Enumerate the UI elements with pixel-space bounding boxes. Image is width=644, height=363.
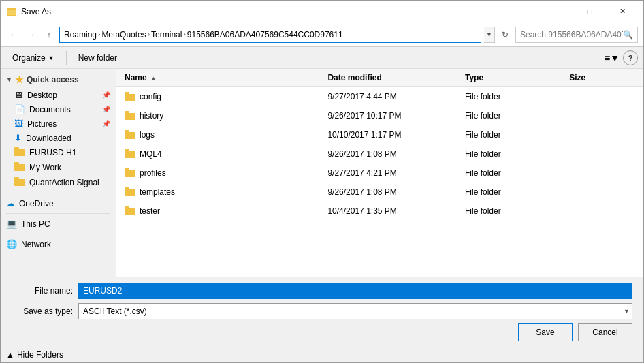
file-name-cell: templates [122, 187, 325, 197]
up-button[interactable]: ↑ [42, 27, 57, 42]
sidebar-divider-2 [6, 213, 110, 214]
col-header-size[interactable]: Size [566, 70, 638, 85]
organize-button[interactable]: Organize ▼ [6, 50, 61, 65]
table-row[interactable]: config 9/27/2017 4:44 PM File folder [116, 87, 643, 106]
table-row[interactable]: history 9/26/2017 10:17 PM File folder [116, 106, 643, 125]
sidebar-item-eurusdh1[interactable]: EURUSD H1 [1, 145, 116, 160]
quick-access-section[interactable]: ▼ ★ Quick access [1, 72, 116, 88]
toolbar-right: ≡▼ ? [604, 50, 638, 66]
sidebar-label-network: Network [21, 240, 51, 249]
sidebar-item-quantaction[interactable]: QuantAction Signal [1, 175, 116, 190]
col-header-name[interactable]: Name ▲ [122, 70, 325, 85]
refresh-button[interactable]: ↻ [498, 27, 513, 42]
folder-icon-quantaction [14, 177, 25, 188]
file-name-cell: config [122, 92, 325, 101]
saveastype-select[interactable]: ASCII Text (*.csv) CSV Files (*.csv) Tex… [78, 303, 632, 319]
new-folder-label: New folder [78, 53, 117, 63]
sidebar-item-desktop[interactable]: 🖥 Desktop 📌 [1, 88, 116, 102]
documents-icon: 📄 [14, 104, 25, 114]
folder-icon [125, 149, 135, 158]
col-header-date[interactable]: Date modified [325, 70, 462, 85]
file-date-cell: 9/27/2017 4:21 PM [325, 168, 462, 178]
file-type-cell: File folder [462, 206, 566, 216]
new-folder-button[interactable]: New folder [72, 50, 123, 65]
cancel-button[interactable]: Cancel [578, 323, 632, 341]
network-icon: 🌐 [6, 239, 17, 249]
sidebar-label-desktop: Desktop [27, 91, 57, 100]
pin-documents: 📌 [102, 106, 110, 113]
folder-icon [125, 187, 135, 196]
pin-desktop: 📌 [102, 91, 110, 99]
sidebar-item-onedrive[interactable]: ☁ OneDrive [1, 196, 116, 210]
sidebar-item-downloaded[interactable]: ⬇ Downloaded [1, 131, 116, 145]
organize-label: Organize [12, 53, 46, 63]
sidebar-item-mywork[interactable]: My Work [1, 160, 116, 175]
dialog-title: Save As [21, 7, 541, 16]
quick-access-label: Quick access [27, 75, 79, 84]
address-bar: ← → ↑ Roaming › MetaQuotes › Terminal › … [1, 22, 643, 47]
quick-access-chevron: ▼ [6, 76, 12, 83]
file-name: tester [140, 206, 160, 216]
sidebar-item-documents[interactable]: 📄 Documents 📌 [1, 102, 116, 116]
address-dropdown-btn[interactable]: ▼ [484, 27, 495, 43]
forward-button[interactable]: → [24, 27, 39, 42]
minimize-button[interactable]: ─ [541, 5, 573, 18]
hide-folders-icon: ▲ [6, 350, 14, 360]
pin-pictures: 📌 [102, 120, 110, 127]
pictures-icon: 🖼 [14, 119, 23, 129]
buttons-row: Save Cancel [12, 323, 632, 341]
table-row[interactable]: templates 9/26/2017 1:08 PM File folder [116, 183, 643, 202]
filename-label: File name: [12, 286, 73, 296]
sidebar-label-onedrive: OneDrive [19, 199, 54, 208]
sidebar: ▼ ★ Quick access 🖥 Desktop 📌 📄 Documents… [1, 69, 116, 277]
search-input[interactable] [520, 30, 623, 40]
sidebar-label-eurusdh1: EURUSD H1 [29, 148, 76, 157]
main-content: ▼ ★ Quick access 🖥 Desktop 📌 📄 Documents… [1, 69, 643, 277]
sort-indicator: ▲ [150, 75, 157, 82]
filename-input[interactable] [78, 283, 632, 299]
hide-folders-label: Hide Folders [17, 350, 63, 360]
file-name: MQL4 [140, 149, 162, 159]
sidebar-label-thispc: This PC [21, 219, 50, 229]
help-button[interactable]: ? [623, 50, 638, 65]
table-row[interactable]: tester 10/4/2017 1:35 PM File folder [116, 202, 643, 221]
sidebar-label-documents: Documents [29, 105, 71, 114]
file-name-cell: history [122, 111, 325, 121]
organize-chevron: ▼ [48, 54, 54, 61]
sidebar-label-downloaded: Downloaded [26, 133, 71, 143]
col-header-type[interactable]: Type [462, 70, 566, 85]
save-as-dialog: Save As ─ □ ✕ ← → ↑ Roaming › MetaQuotes… [0, 0, 644, 363]
saveastype-label: Save as type: [12, 306, 73, 316]
pc-icon: 💻 [6, 219, 17, 229]
view-toggle-button[interactable]: ≡▼ [604, 50, 620, 66]
saveastype-wrapper: ASCII Text (*.csv) CSV Files (*.csv) Tex… [78, 303, 632, 319]
file-name-cell: MQL4 [122, 149, 325, 159]
sidebar-item-pictures[interactable]: 🖼 Pictures 📌 [1, 116, 116, 131]
file-list: Name ▲ Date modified Type Size config [116, 69, 643, 277]
hide-folders-bar[interactable]: ▲ Hide Folders [1, 347, 643, 362]
path-roaming: Roaming [64, 30, 97, 40]
table-row[interactable]: profiles 9/27/2017 4:21 PM File folder [116, 163, 643, 183]
file-name: config [140, 92, 161, 101]
back-button[interactable]: ← [6, 27, 21, 42]
search-icon: 🔍 [623, 30, 633, 40]
save-button[interactable]: Save [518, 323, 573, 341]
bottom-area: File name: Save as type: ASCII Text (*.c… [1, 277, 643, 347]
path-metaquotes: MetaQuotes [101, 30, 146, 40]
folder-icon-mywork [14, 162, 25, 173]
window-controls: ─ □ ✕ [541, 5, 638, 18]
file-name: history [140, 111, 163, 121]
file-name-cell: tester [122, 206, 325, 216]
table-row[interactable]: MQL4 9/26/2017 1:08 PM File folder [116, 144, 643, 163]
file-rows-container: config 9/27/2017 4:44 PM File folder his… [116, 87, 643, 221]
file-type-cell: File folder [462, 111, 566, 121]
sidebar-item-thispc[interactable]: 💻 This PC [1, 217, 116, 231]
sidebar-item-network[interactable]: 🌐 Network [1, 237, 116, 251]
file-type-cell: File folder [462, 168, 566, 178]
file-date-cell: 10/10/2017 1:17 PM [325, 130, 462, 140]
folder-icon [125, 111, 135, 120]
address-path[interactable]: Roaming › MetaQuotes › Terminal › 915566… [59, 27, 481, 43]
close-button[interactable]: ✕ [607, 5, 638, 18]
maximize-button[interactable]: □ [574, 5, 605, 18]
table-row[interactable]: logs 10/10/2017 1:17 PM File folder [116, 125, 643, 144]
